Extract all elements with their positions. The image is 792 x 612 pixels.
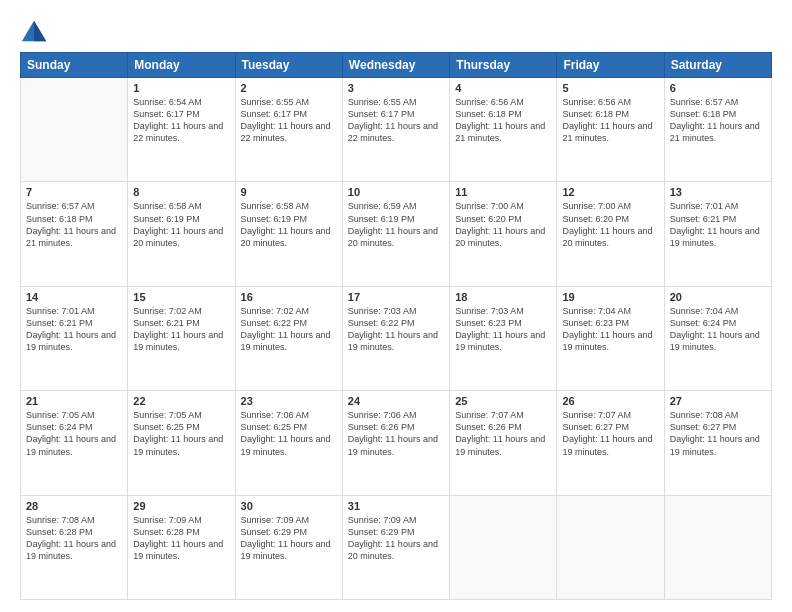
- cell-info: Sunrise: 6:59 AM Sunset: 6:19 PM Dayligh…: [348, 200, 444, 249]
- day-number: 14: [26, 291, 122, 303]
- calendar-day-header: Thursday: [450, 53, 557, 78]
- cell-info: Sunrise: 6:55 AM Sunset: 6:17 PM Dayligh…: [348, 96, 444, 145]
- day-number: 6: [670, 82, 766, 94]
- calendar-cell: 4Sunrise: 6:56 AM Sunset: 6:18 PM Daylig…: [450, 78, 557, 182]
- calendar-cell: [664, 495, 771, 599]
- calendar-cell: 21Sunrise: 7:05 AM Sunset: 6:24 PM Dayli…: [21, 391, 128, 495]
- calendar-cell: 26Sunrise: 7:07 AM Sunset: 6:27 PM Dayli…: [557, 391, 664, 495]
- day-number: 23: [241, 395, 337, 407]
- cell-info: Sunrise: 6:54 AM Sunset: 6:17 PM Dayligh…: [133, 96, 229, 145]
- calendar-cell: 2Sunrise: 6:55 AM Sunset: 6:17 PM Daylig…: [235, 78, 342, 182]
- day-number: 16: [241, 291, 337, 303]
- cell-info: Sunrise: 7:03 AM Sunset: 6:23 PM Dayligh…: [455, 305, 551, 354]
- day-number: 10: [348, 186, 444, 198]
- calendar-cell: 10Sunrise: 6:59 AM Sunset: 6:19 PM Dayli…: [342, 182, 449, 286]
- cell-info: Sunrise: 7:08 AM Sunset: 6:27 PM Dayligh…: [670, 409, 766, 458]
- calendar-week-row: 14Sunrise: 7:01 AM Sunset: 6:21 PM Dayli…: [21, 286, 772, 390]
- calendar-cell: 31Sunrise: 7:09 AM Sunset: 6:29 PM Dayli…: [342, 495, 449, 599]
- day-number: 26: [562, 395, 658, 407]
- cell-info: Sunrise: 7:01 AM Sunset: 6:21 PM Dayligh…: [670, 200, 766, 249]
- calendar-cell: 12Sunrise: 7:00 AM Sunset: 6:20 PM Dayli…: [557, 182, 664, 286]
- calendar-day-header: Friday: [557, 53, 664, 78]
- calendar-cell: [21, 78, 128, 182]
- calendar-day-header: Sunday: [21, 53, 128, 78]
- cell-info: Sunrise: 7:08 AM Sunset: 6:28 PM Dayligh…: [26, 514, 122, 563]
- day-number: 28: [26, 500, 122, 512]
- calendar-cell: 16Sunrise: 7:02 AM Sunset: 6:22 PM Dayli…: [235, 286, 342, 390]
- calendar-week-row: 28Sunrise: 7:08 AM Sunset: 6:28 PM Dayli…: [21, 495, 772, 599]
- cell-info: Sunrise: 6:58 AM Sunset: 6:19 PM Dayligh…: [241, 200, 337, 249]
- calendar-cell: 20Sunrise: 7:04 AM Sunset: 6:24 PM Dayli…: [664, 286, 771, 390]
- day-number: 11: [455, 186, 551, 198]
- calendar-cell: [450, 495, 557, 599]
- cell-info: Sunrise: 7:09 AM Sunset: 6:29 PM Dayligh…: [348, 514, 444, 563]
- calendar-cell: 28Sunrise: 7:08 AM Sunset: 6:28 PM Dayli…: [21, 495, 128, 599]
- calendar-cell: 9Sunrise: 6:58 AM Sunset: 6:19 PM Daylig…: [235, 182, 342, 286]
- calendar-cell: 5Sunrise: 6:56 AM Sunset: 6:18 PM Daylig…: [557, 78, 664, 182]
- logo: [20, 18, 52, 46]
- day-number: 3: [348, 82, 444, 94]
- calendar-cell: 11Sunrise: 7:00 AM Sunset: 6:20 PM Dayli…: [450, 182, 557, 286]
- day-number: 22: [133, 395, 229, 407]
- cell-info: Sunrise: 7:00 AM Sunset: 6:20 PM Dayligh…: [562, 200, 658, 249]
- calendar-day-header: Monday: [128, 53, 235, 78]
- calendar-cell: 15Sunrise: 7:02 AM Sunset: 6:21 PM Dayli…: [128, 286, 235, 390]
- svg-marker-1: [34, 21, 46, 42]
- calendar-cell: 23Sunrise: 7:06 AM Sunset: 6:25 PM Dayli…: [235, 391, 342, 495]
- cell-info: Sunrise: 6:55 AM Sunset: 6:17 PM Dayligh…: [241, 96, 337, 145]
- day-number: 17: [348, 291, 444, 303]
- day-number: 24: [348, 395, 444, 407]
- day-number: 12: [562, 186, 658, 198]
- page: SundayMondayTuesdayWednesdayThursdayFrid…: [0, 0, 792, 612]
- day-number: 29: [133, 500, 229, 512]
- logo-icon: [20, 18, 48, 46]
- calendar-cell: 24Sunrise: 7:06 AM Sunset: 6:26 PM Dayli…: [342, 391, 449, 495]
- calendar-header-row: SundayMondayTuesdayWednesdayThursdayFrid…: [21, 53, 772, 78]
- calendar-cell: 1Sunrise: 6:54 AM Sunset: 6:17 PM Daylig…: [128, 78, 235, 182]
- calendar-cell: 6Sunrise: 6:57 AM Sunset: 6:18 PM Daylig…: [664, 78, 771, 182]
- calendar-cell: 7Sunrise: 6:57 AM Sunset: 6:18 PM Daylig…: [21, 182, 128, 286]
- calendar-day-header: Saturday: [664, 53, 771, 78]
- cell-info: Sunrise: 7:06 AM Sunset: 6:25 PM Dayligh…: [241, 409, 337, 458]
- day-number: 18: [455, 291, 551, 303]
- cell-info: Sunrise: 7:02 AM Sunset: 6:22 PM Dayligh…: [241, 305, 337, 354]
- day-number: 9: [241, 186, 337, 198]
- day-number: 15: [133, 291, 229, 303]
- cell-info: Sunrise: 7:01 AM Sunset: 6:21 PM Dayligh…: [26, 305, 122, 354]
- calendar-cell: 14Sunrise: 7:01 AM Sunset: 6:21 PM Dayli…: [21, 286, 128, 390]
- cell-info: Sunrise: 7:09 AM Sunset: 6:28 PM Dayligh…: [133, 514, 229, 563]
- day-number: 30: [241, 500, 337, 512]
- day-number: 2: [241, 82, 337, 94]
- cell-info: Sunrise: 7:07 AM Sunset: 6:26 PM Dayligh…: [455, 409, 551, 458]
- day-number: 7: [26, 186, 122, 198]
- day-number: 31: [348, 500, 444, 512]
- cell-info: Sunrise: 7:05 AM Sunset: 6:24 PM Dayligh…: [26, 409, 122, 458]
- day-number: 4: [455, 82, 551, 94]
- day-number: 25: [455, 395, 551, 407]
- day-number: 1: [133, 82, 229, 94]
- calendar-week-row: 1Sunrise: 6:54 AM Sunset: 6:17 PM Daylig…: [21, 78, 772, 182]
- cell-info: Sunrise: 7:00 AM Sunset: 6:20 PM Dayligh…: [455, 200, 551, 249]
- day-number: 27: [670, 395, 766, 407]
- header: [20, 18, 772, 46]
- calendar-day-header: Wednesday: [342, 53, 449, 78]
- calendar-cell: 25Sunrise: 7:07 AM Sunset: 6:26 PM Dayli…: [450, 391, 557, 495]
- day-number: 19: [562, 291, 658, 303]
- calendar-cell: [557, 495, 664, 599]
- calendar-day-header: Tuesday: [235, 53, 342, 78]
- cell-info: Sunrise: 6:57 AM Sunset: 6:18 PM Dayligh…: [670, 96, 766, 145]
- calendar-cell: 27Sunrise: 7:08 AM Sunset: 6:27 PM Dayli…: [664, 391, 771, 495]
- calendar-cell: 3Sunrise: 6:55 AM Sunset: 6:17 PM Daylig…: [342, 78, 449, 182]
- calendar-week-row: 7Sunrise: 6:57 AM Sunset: 6:18 PM Daylig…: [21, 182, 772, 286]
- cell-info: Sunrise: 7:02 AM Sunset: 6:21 PM Dayligh…: [133, 305, 229, 354]
- cell-info: Sunrise: 7:07 AM Sunset: 6:27 PM Dayligh…: [562, 409, 658, 458]
- cell-info: Sunrise: 6:56 AM Sunset: 6:18 PM Dayligh…: [562, 96, 658, 145]
- cell-info: Sunrise: 6:58 AM Sunset: 6:19 PM Dayligh…: [133, 200, 229, 249]
- calendar-cell: 19Sunrise: 7:04 AM Sunset: 6:23 PM Dayli…: [557, 286, 664, 390]
- cell-info: Sunrise: 7:09 AM Sunset: 6:29 PM Dayligh…: [241, 514, 337, 563]
- calendar-cell: 8Sunrise: 6:58 AM Sunset: 6:19 PM Daylig…: [128, 182, 235, 286]
- cell-info: Sunrise: 6:57 AM Sunset: 6:18 PM Dayligh…: [26, 200, 122, 249]
- day-number: 5: [562, 82, 658, 94]
- cell-info: Sunrise: 6:56 AM Sunset: 6:18 PM Dayligh…: [455, 96, 551, 145]
- cell-info: Sunrise: 7:05 AM Sunset: 6:25 PM Dayligh…: [133, 409, 229, 458]
